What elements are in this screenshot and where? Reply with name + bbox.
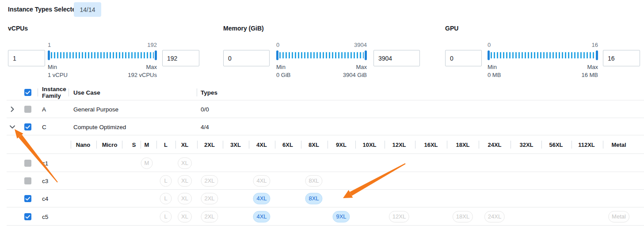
gpu-slider-track[interactable] xyxy=(491,52,595,58)
size-column-divider xyxy=(328,141,328,149)
type-pill-c1-m[interactable]: M xyxy=(141,157,153,169)
size-column-header-s: S xyxy=(132,142,136,148)
type-pill-c5-4xl[interactable]: 4XL xyxy=(253,211,270,222)
memory-min-input[interactable] xyxy=(223,50,270,66)
gpu-min-input[interactable] xyxy=(445,50,482,66)
selected-count-badge: 14/14 xyxy=(74,2,101,17)
vcpus-min-detail: 1 vCPU xyxy=(48,72,68,78)
type-pill-c1-xl[interactable]: XL xyxy=(178,157,192,169)
gpu-range-slider[interactable] xyxy=(488,50,598,60)
family-c-checkbox[interactable] xyxy=(24,123,31,130)
type-pill-c4-8xl[interactable]: 8XL xyxy=(305,193,322,204)
memory-slider-max-handle[interactable] xyxy=(365,50,367,60)
size-column-header-18xl: 18XL xyxy=(456,142,469,148)
type-pill-c5-9xl[interactable]: 9XL xyxy=(332,211,350,222)
type-pill-c5-12xl[interactable]: 12XL xyxy=(389,211,409,222)
vcpus-slider-min-handle[interactable] xyxy=(48,50,50,60)
size-column-header-56xl: 56XL xyxy=(549,142,563,148)
family-c-expand-toggle[interactable] xyxy=(9,123,16,130)
instance-row-c5: c5LXL2XL4XL9XL12XL18XL24XLMetal xyxy=(0,207,644,226)
size-header-row: NanoMicroSMLXL2XL3XL4XL6XL8XL9XL10XL12XL… xyxy=(0,135,644,154)
instance-family-table: Instance Family Use Case Types AGeneral … xyxy=(0,84,644,226)
family-a-checkbox[interactable] xyxy=(24,106,31,113)
size-column-divider xyxy=(223,141,223,149)
family-use-case: General Purpose xyxy=(73,106,118,113)
memory-min-caption: Min xyxy=(276,64,286,70)
size-column-header-4xl: 4XL xyxy=(256,142,267,148)
size-column-header-112xl: 112XL xyxy=(578,142,595,148)
gpu-slider-min-handle[interactable] xyxy=(488,50,490,60)
type-pill-c5-l[interactable]: L xyxy=(160,211,172,222)
type-pill-c4-xl[interactable]: XL xyxy=(178,193,192,204)
type-pill-c3-l[interactable]: L xyxy=(160,175,172,187)
type-pill-c5-18xl[interactable]: 18XL xyxy=(453,211,473,222)
type-pill-c4-4xl[interactable]: 4XL xyxy=(253,193,270,204)
memory-max-input[interactable] xyxy=(373,50,420,66)
gpu-scale-min: 0 xyxy=(488,42,491,48)
memory-detail-labels: 0 GiB3904 GiB xyxy=(276,72,367,78)
instance-c4-checkbox[interactable] xyxy=(24,195,31,202)
size-column-header-nano: Nano xyxy=(76,142,91,148)
vcpus-max-detail: 192 vCPUs xyxy=(128,72,157,78)
check-icon xyxy=(24,89,31,96)
size-column-header-9xl: 9XL xyxy=(336,142,347,148)
column-header-types: Types xyxy=(201,89,217,96)
type-pill-c5-2xl[interactable]: 2XL xyxy=(201,211,218,222)
instance-row-c3: c3LXL2XL4XL8XL xyxy=(0,172,644,190)
size-column-header-3xl: 3XL xyxy=(230,142,241,148)
vcpus-range-slider[interactable] xyxy=(48,50,157,60)
instance-c3-checkbox[interactable] xyxy=(24,177,31,184)
vcpus-min-caption: Min xyxy=(48,64,57,70)
memory-max-caption: Max xyxy=(356,64,367,70)
vcpus-min-input[interactable] xyxy=(8,50,45,66)
instance-c5-checkbox[interactable] xyxy=(24,213,31,220)
type-pill-c4-2xl[interactable]: 2XL xyxy=(201,193,218,204)
gpu-max-input[interactable] xyxy=(603,50,640,66)
vcpus-max-input[interactable] xyxy=(162,50,199,66)
gpu-slider-max-handle[interactable] xyxy=(596,50,598,60)
family-types-count: 4/4 xyxy=(201,123,209,130)
gpu-captions: MinMax xyxy=(488,64,598,70)
vcpus-detail-labels: 1 vCPU192 vCPUs xyxy=(48,72,157,78)
vcpus-slider-track[interactable] xyxy=(51,52,154,58)
select-all-checkbox[interactable] xyxy=(24,89,31,96)
memory-scale-min: 0 xyxy=(276,42,279,48)
size-column-divider xyxy=(175,141,176,149)
instance-name: c4 xyxy=(42,195,48,202)
gpu-scale-max: 16 xyxy=(592,42,598,48)
type-pill-c3-4xl[interactable]: 4XL xyxy=(253,175,270,187)
memory-slider-track[interactable] xyxy=(279,52,364,58)
type-pill-c5-24xl[interactable]: 24XL xyxy=(484,211,505,222)
size-column-divider xyxy=(275,141,275,149)
instance-row-c1: c1MXL xyxy=(0,154,644,172)
instance-name: c1 xyxy=(42,160,48,166)
vcpus-scale-labels: 1192 xyxy=(48,42,157,48)
memory-range-slider[interactable] xyxy=(276,50,367,60)
family-use-case: Compute Optimized xyxy=(73,123,126,130)
gpu-min-detail: 0 MB xyxy=(488,72,501,78)
type-pill-c5-metal[interactable]: Metal xyxy=(608,211,629,222)
type-pill-c3-xl[interactable]: XL xyxy=(178,175,192,187)
type-pill-c4-l[interactable]: L xyxy=(160,193,172,204)
size-column-header-12xl: 12XL xyxy=(392,142,406,148)
size-column-divider xyxy=(156,141,157,149)
family-a-expand-toggle[interactable] xyxy=(9,106,16,113)
instance-c1-checkbox[interactable] xyxy=(24,160,31,167)
type-pill-c3-2xl[interactable]: 2XL xyxy=(201,175,218,187)
vcpus-scale-max: 192 xyxy=(147,42,157,48)
size-column-divider xyxy=(197,141,198,149)
size-column-divider xyxy=(355,141,356,149)
size-column-divider xyxy=(249,141,249,149)
memory-slider-min-handle[interactable] xyxy=(276,50,278,60)
gpu-detail-labels: 0 MB16 MB xyxy=(488,72,598,78)
size-column-header-10xl: 10XL xyxy=(362,142,376,148)
size-column-divider xyxy=(96,141,97,149)
memory-scale-labels: 03904 xyxy=(276,42,367,48)
type-pill-c3-8xl[interactable]: 8XL xyxy=(305,175,322,187)
vcpus-scale-min: 1 xyxy=(48,42,51,48)
size-column-header-m: M xyxy=(145,142,149,148)
vcpus-slider-max-handle[interactable] xyxy=(155,50,157,60)
type-pill-c5-xl[interactable]: XL xyxy=(178,211,192,222)
gpu-filter-group: GPU016MinMax0 MB16 MB xyxy=(445,25,640,80)
size-column-divider xyxy=(385,141,385,149)
